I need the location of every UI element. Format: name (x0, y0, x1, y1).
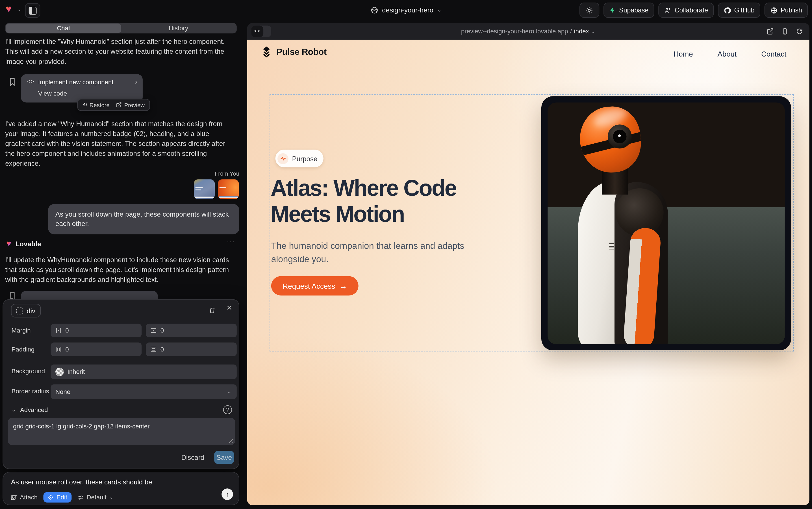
refresh-icon[interactable] (796, 28, 803, 35)
padding-label: Padding (11, 345, 34, 353)
preview-url-bar[interactable]: preview--design-your-hero.lovable.app / … (247, 23, 809, 40)
padding-x-input[interactable]: 0 (50, 342, 142, 356)
component-card[interactable]: <> Implement new component › View code (21, 74, 143, 103)
site-brand-name: Pulse Robot (276, 47, 326, 58)
preview-panel: <> preview--design-your-hero.lovable.app… (247, 23, 809, 505)
attach-label: Attach (20, 494, 38, 501)
user-message-bubble: As you scroll down the page, these compo… (48, 204, 239, 234)
project-name: design-your-hero (382, 6, 433, 14)
chevron-right-icon: › (135, 78, 137, 86)
preview-button[interactable]: Preview (116, 102, 145, 108)
border-radius-select[interactable]: None ⌄ (50, 384, 236, 399)
close-icon[interactable]: × (227, 303, 232, 313)
composer-input[interactable]: As user mouse roll over, these cards sho… (11, 478, 152, 486)
message-menu-icon[interactable]: ··· (227, 238, 235, 245)
margin-x-icon (56, 328, 62, 334)
chat-tabs: Chat History (5, 23, 236, 33)
github-icon (724, 6, 731, 14)
publish-label: Publish (781, 6, 802, 14)
hero-heading: Atlas: Where Code Meets Motion (271, 175, 456, 227)
mobile-view-icon[interactable] (781, 28, 788, 35)
nav-link-about[interactable]: About (717, 50, 737, 58)
tab-history[interactable]: History (121, 24, 236, 33)
discard-button[interactable]: Discard (181, 453, 205, 461)
margin-x-input[interactable]: 0 (50, 324, 142, 337)
gear-icon (585, 6, 593, 14)
advanced-toggle[interactable]: ⌄ Advanced (11, 406, 48, 414)
help-icon[interactable]: ? (223, 405, 232, 414)
edit-mode-button[interactable]: Edit (43, 492, 72, 503)
mode-selector[interactable]: Default ⌄ (77, 494, 113, 501)
background-label: Background (11, 368, 45, 375)
composer-toolbar: Attach Edit Default ⌄ (10, 492, 114, 503)
site-brand[interactable]: Pulse Robot (261, 46, 327, 59)
request-access-button[interactable]: Request Access → (271, 276, 359, 295)
component-card-title: Implement new component (38, 78, 113, 86)
nav-link-home[interactable]: Home (673, 50, 693, 58)
edit-label: Edit (57, 494, 67, 501)
selected-element-chip[interactable]: div (11, 304, 41, 317)
assistant-name: Lovable (15, 240, 41, 248)
purpose-badge-label: Purpose (292, 155, 318, 163)
supabase-button[interactable]: Supabase (603, 3, 654, 18)
chevron-down-icon: ⌄ (227, 389, 232, 394)
tab-chat[interactable]: Chat (6, 24, 121, 33)
github-label: GitHub (734, 6, 754, 14)
project-switcher[interactable]: design-your-hero ⌄ (371, 0, 442, 20)
margin-y-input[interactable]: 0 (146, 324, 237, 337)
selection-box-icon (16, 307, 23, 314)
preview-page: index (574, 28, 589, 35)
open-in-new-icon[interactable] (767, 28, 774, 35)
element-tag: div (27, 307, 35, 315)
nav-link-contact[interactable]: Contact (761, 50, 786, 58)
sidebar-toggle-button[interactable] (25, 3, 40, 18)
classes-textarea[interactable]: grid grid-cols-1 lg:grid-cols-2 gap-12 i… (8, 418, 235, 445)
margin-y-value: 0 (160, 327, 164, 334)
settings-button[interactable] (580, 3, 599, 18)
save-button[interactable]: Save (214, 451, 234, 464)
background-value: Inherit (68, 368, 85, 376)
preview-toolbar-actions (767, 28, 803, 35)
lovable-heart-logo[interactable]: ♥ (6, 4, 16, 14)
logo-caret-icon[interactable]: ⌄ (17, 7, 22, 12)
supabase-icon (609, 7, 616, 13)
border-radius-value: None (56, 388, 70, 395)
collaborate-button[interactable]: Collaborate (659, 3, 714, 18)
supabase-label: Supabase (619, 6, 649, 14)
trash-icon[interactable] (209, 307, 216, 314)
external-link-icon (116, 102, 121, 108)
attachment-thumbnail-orange[interactable] (218, 179, 239, 199)
resize-handle[interactable] (228, 438, 233, 443)
send-button[interactable]: ↑ (222, 488, 233, 500)
component-card-peek[interactable] (21, 291, 158, 300)
element-inspector-panel: div × Margin 0 0 Padding 0 0 Backgr (3, 299, 239, 469)
restore-icon: ↻ (82, 102, 87, 108)
assistant-message: I'll implement the "Why Humanoid" sectio… (5, 36, 235, 66)
preview-label: Preview (124, 102, 145, 108)
request-access-label: Request Access (283, 282, 335, 290)
site-preview: Pulse Robot Home About Contact Purpose A… (247, 40, 809, 505)
classes-value: grid grid-cols-1 lg:grid-cols-2 gap-12 i… (13, 422, 150, 430)
hero-heading-line1: Atlas: Where Code (271, 175, 456, 201)
github-button[interactable]: GitHub (718, 3, 760, 18)
chat-composer[interactable]: As user mouse roll over, these cards sho… (3, 472, 239, 505)
message-hover-toolbar: ↻Restore Preview (77, 99, 150, 111)
project-caret-icon: ⌄ (437, 7, 442, 12)
purpose-badge: Purpose (275, 149, 324, 167)
margin-x-value: 0 (65, 327, 69, 334)
background-input[interactable]: Inherit (50, 365, 236, 379)
bookmark-icon[interactable] (8, 77, 16, 86)
lovable-heart-icon: ♥ (6, 239, 11, 248)
attachment-thumbnail-blue[interactable] (194, 179, 215, 199)
robot-illustration (548, 102, 785, 344)
restore-button[interactable]: ↻Restore (82, 102, 110, 108)
target-icon (47, 494, 54, 501)
layers-logo-icon (261, 46, 272, 59)
attach-button[interactable]: Attach (10, 494, 38, 501)
view-code-link[interactable]: View code (38, 90, 67, 97)
pulse-icon-circle (278, 153, 289, 164)
robot-camera-eye (608, 125, 632, 148)
publish-button[interactable]: Publish (765, 3, 808, 18)
border-radius-label: Border radius (11, 387, 49, 395)
padding-y-input[interactable]: 0 (146, 342, 237, 356)
